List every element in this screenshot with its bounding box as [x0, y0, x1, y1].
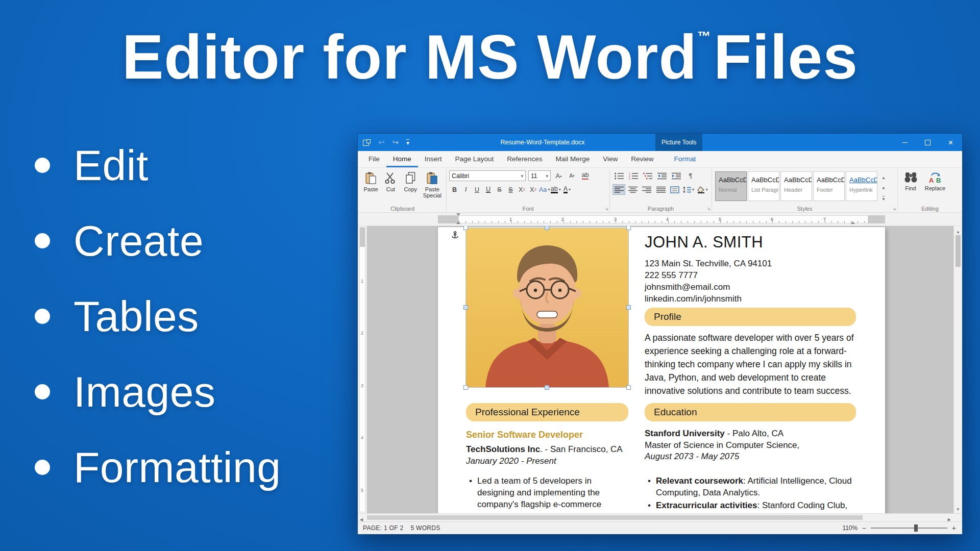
horizontal-ruler[interactable]: 1 2 3 4 5 6 7	[358, 213, 962, 226]
decrease-indent-button[interactable]	[655, 170, 669, 181]
paragraph-dialog-launcher-icon[interactable]	[706, 206, 710, 211]
paste-button[interactable]: Paste	[361, 170, 380, 204]
font-size-select[interactable]: 11	[528, 170, 551, 181]
justify-button[interactable]	[654, 184, 667, 195]
bullet-dot	[35, 384, 50, 399]
subscript-button[interactable]	[528, 184, 538, 195]
font-family-select[interactable]: Calibri	[449, 170, 526, 181]
superscript-button[interactable]	[517, 184, 527, 195]
education-heading: Education	[645, 403, 856, 421]
feature-label: Images	[74, 367, 215, 417]
selection-handle[interactable]	[545, 385, 549, 390]
vertical-scroll-thumb[interactable]	[955, 235, 961, 267]
customize-toolbar-icon[interactable]	[406, 139, 409, 146]
bullet-list-button[interactable]	[612, 170, 626, 181]
selection-handle[interactable]	[626, 385, 631, 390]
resume-photo[interactable]	[466, 228, 628, 387]
maximize-button[interactable]	[916, 134, 939, 151]
document-page[interactable]: JOHN A. SMITH 123 Main St. Techville, CA…	[438, 227, 885, 513]
styles-gallery-more-icon[interactable]	[883, 194, 885, 202]
style-header[interactable]: AaBbCcDc Header	[780, 171, 812, 201]
strikethrough-button[interactable]	[494, 184, 505, 195]
zoom-slider[interactable]	[871, 528, 947, 529]
style-normal[interactable]: AaBbCcDc Normal	[715, 171, 747, 201]
increase-indent-button[interactable]	[670, 170, 683, 181]
replace-button[interactable]: AB Replace	[923, 170, 947, 204]
vertical-scrollbar[interactable]	[953, 226, 962, 513]
line-spacing-button[interactable]	[682, 184, 695, 195]
copy-icon	[404, 171, 417, 185]
selection-handle[interactable]	[463, 305, 468, 310]
list-item: Edit	[31, 128, 281, 203]
scroll-right-icon[interactable]	[948, 515, 951, 522]
tab-format[interactable]: Format	[667, 151, 702, 167]
styles-dialog-launcher-icon[interactable]	[892, 206, 896, 211]
minimize-button[interactable]	[893, 134, 916, 151]
selection-handle[interactable]	[463, 385, 468, 390]
selection-handle[interactable]	[626, 226, 631, 230]
page-scroll-view: JOHN A. SMITH 123 Main St. Techville, CA…	[367, 226, 953, 513]
change-case-button[interactable]	[539, 184, 550, 195]
find-button[interactable]: Find	[900, 170, 921, 204]
selection-handle[interactable]	[463, 226, 468, 230]
trademark-symbol: ™	[697, 29, 710, 44]
font-color-button[interactable]	[561, 184, 572, 195]
clear-formatting-button[interactable]	[580, 170, 591, 181]
tab-references[interactable]: References	[500, 151, 549, 167]
hero-title-pre: Editor for MS Word	[122, 22, 697, 92]
align-right-button[interactable]	[641, 184, 653, 195]
picture-tools-tab[interactable]: Picture Tools	[655, 134, 702, 151]
underline-button[interactable]	[472, 184, 482, 195]
copy-button[interactable]: Copy	[401, 170, 420, 204]
tab-home[interactable]: Home	[386, 151, 418, 167]
shading-button[interactable]	[696, 184, 709, 195]
scroll-down-icon[interactable]	[954, 505, 962, 512]
zoom-slider-thumb[interactable]	[914, 524, 918, 532]
first-line-indent-marker[interactable]	[456, 213, 460, 216]
tab-mail-merge[interactable]: Mail Merge	[549, 151, 596, 167]
horizontal-scroll-thumb[interactable]	[367, 515, 863, 520]
close-button[interactable]	[939, 134, 962, 151]
redo-icon[interactable]	[393, 138, 399, 147]
tab-view[interactable]: View	[596, 151, 624, 167]
tab-file[interactable]: File	[362, 151, 386, 167]
zoom-in-icon[interactable]	[952, 524, 956, 532]
numbered-list-button[interactable]: 123	[627, 170, 640, 181]
styles-scroll-up-icon[interactable]	[883, 173, 885, 181]
multilevel-list-button[interactable]	[641, 170, 654, 181]
zoom-out-icon[interactable]	[862, 524, 866, 532]
selection-handle[interactable]	[626, 305, 631, 310]
tab-review[interactable]: Review	[624, 151, 660, 167]
style-footer[interactable]: AaBbCcDc Footer	[813, 171, 845, 201]
style-list-paragraph[interactable]: AaBbCcDc List Paragra	[748, 171, 779, 201]
tab-page-layout[interactable]: Page Layout	[449, 151, 501, 167]
highlight-color-button[interactable]	[550, 184, 561, 195]
grow-font-button[interactable]	[553, 170, 564, 181]
double-strikethrough-button[interactable]	[505, 184, 516, 195]
scroll-left-icon[interactable]	[360, 515, 363, 522]
scroll-up-icon[interactable]	[954, 227, 962, 235]
font-dialog-launcher-icon[interactable]	[604, 206, 608, 211]
align-center-button[interactable]	[626, 184, 639, 195]
horizontal-scrollbar[interactable]	[358, 513, 962, 521]
styles-scroll-down-icon[interactable]	[883, 184, 885, 191]
bold-button[interactable]	[449, 184, 460, 195]
selection-handle[interactable]	[545, 226, 549, 230]
left-indent-marker[interactable]	[456, 221, 460, 224]
align-left-button[interactable]	[612, 184, 625, 195]
style-hyperlink[interactable]: AaBbCcDc Hyperlink	[846, 171, 877, 201]
zoom-level: 110%	[842, 524, 857, 532]
save-icon[interactable]	[363, 139, 371, 146]
borders-button[interactable]	[668, 184, 681, 195]
tab-insert[interactable]: Insert	[418, 151, 449, 167]
paste-special-button[interactable]: Paste Special	[421, 170, 444, 204]
double-underline-button[interactable]	[483, 184, 494, 195]
contact-line: 123 Main St. Techville, CA 94101	[645, 258, 772, 269]
right-indent-marker[interactable]	[851, 221, 855, 224]
shrink-font-button[interactable]	[567, 170, 577, 181]
cut-button[interactable]: Cut	[381, 170, 400, 204]
show-formatting-marks-button[interactable]	[684, 170, 697, 181]
undo-icon[interactable]	[378, 138, 385, 147]
vertical-ruler[interactable]: 1 2 3 4 5	[358, 226, 367, 513]
italic-button[interactable]	[460, 184, 471, 195]
